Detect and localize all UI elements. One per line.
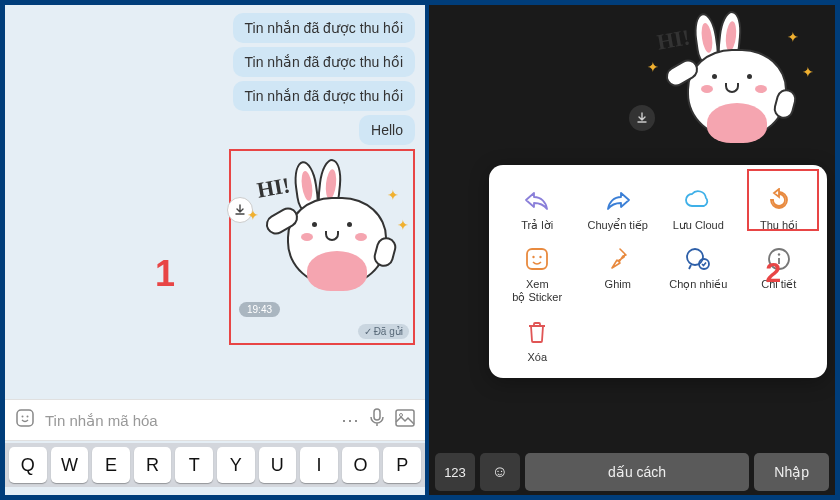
svg-point-8 — [540, 256, 542, 258]
image-icon[interactable] — [395, 409, 415, 432]
cloud-icon — [683, 185, 713, 215]
message-row: Hello — [15, 115, 415, 145]
recalled-message-text: Tin nhắn đã được thu hồi — [233, 47, 415, 77]
key-t[interactable]: T — [175, 447, 213, 483]
menu-cloud-save[interactable]: Lưu Cloud — [660, 181, 737, 236]
svg-rect-6 — [527, 249, 547, 269]
key-o[interactable]: O — [342, 447, 380, 483]
dark-keyboard-bottom: 123 ☺ dấu cách Nhập — [435, 453, 829, 491]
svg-point-7 — [533, 256, 535, 258]
keyboard-row: Q W E R T Y U I O P — [5, 443, 425, 487]
svg-point-1 — [22, 415, 24, 417]
svg-point-9 — [687, 249, 703, 265]
menu-multi-select[interactable]: Chọn nhiều — [660, 240, 737, 308]
svg-rect-0 — [17, 410, 33, 426]
menu-reply[interactable]: Trả lời — [499, 181, 576, 236]
multi-select-icon — [683, 244, 713, 274]
numeric-key[interactable]: 123 — [435, 453, 475, 491]
menu-label: Chuyển tiếp — [588, 219, 648, 232]
key-i[interactable]: I — [300, 447, 338, 483]
key-r[interactable]: R — [134, 447, 172, 483]
svg-point-2 — [27, 415, 29, 417]
forward-icon — [603, 185, 633, 215]
svg-rect-3 — [374, 409, 380, 420]
menu-label: Xem bộ Sticker — [512, 278, 562, 304]
microphone-icon[interactable] — [369, 408, 385, 433]
menu-forward[interactable]: Chuyển tiếp — [580, 181, 657, 236]
step-number-2: 2 — [765, 257, 781, 289]
chat-message-list: Tin nhắn đã được thu hồi Tin nhắn đã đượ… — [5, 5, 425, 355]
recalled-message-row: Tin nhắn đã được thu hồi — [15, 47, 415, 77]
enter-key[interactable]: Nhập — [754, 453, 829, 491]
menu-label: Chọn nhiều — [669, 278, 727, 291]
key-u[interactable]: U — [259, 447, 297, 483]
key-p[interactable]: P — [383, 447, 421, 483]
recalled-message-row: Tin nhắn đã được thu hồi — [15, 81, 415, 111]
key-e[interactable]: E — [92, 447, 130, 483]
trash-icon — [522, 317, 552, 347]
sticker-row: HI! ✦ ✦ ✦ 19:43 ✓ Đã gửi — [15, 149, 415, 345]
emoji-key[interactable]: ☺ — [480, 453, 520, 491]
recalled-message-text: Tin nhắn đã được thu hồi — [233, 81, 415, 111]
sticker-set-icon — [522, 244, 552, 274]
sticker-message-highlighted[interactable]: HI! ✦ ✦ ✦ 19:43 ✓ Đã gửi — [229, 149, 415, 345]
sent-label: Đã gửi — [374, 326, 403, 337]
bunny-sticker: HI! ✦ ✦ ✦ — [637, 9, 827, 159]
svg-rect-4 — [396, 410, 414, 426]
sticker-hi-text: HI! — [655, 24, 692, 55]
right-panel: HI! ✦ ✦ ✦ Q W E A 123 ☺ dấu cách Nhập — [429, 5, 835, 495]
key-w[interactable]: W — [51, 447, 89, 483]
message-input[interactable] — [45, 412, 331, 429]
menu-label: Trả lời — [521, 219, 553, 232]
sticker-preview: HI! ✦ ✦ ✦ — [637, 9, 827, 159]
space-key[interactable]: dấu cách — [525, 453, 749, 491]
reply-icon — [522, 185, 552, 215]
message-timestamp: 19:43 — [239, 302, 280, 317]
menu-label: Lưu Cloud — [673, 219, 724, 232]
left-panel: Tin nhắn đã được thu hồi Tin nhắn đã đượ… — [5, 5, 425, 495]
sticker-icon[interactable] — [15, 408, 35, 433]
menu-delete[interactable]: Xóa — [499, 313, 576, 368]
menu-label: Xóa — [527, 351, 547, 364]
sent-status-badge: ✓ Đã gửi — [358, 324, 409, 339]
check-icon: ✓ — [364, 326, 372, 337]
menu-label: Ghim — [605, 278, 631, 291]
key-q[interactable]: Q — [9, 447, 47, 483]
pin-icon — [603, 244, 633, 274]
message-context-menu: 2 Trả lời Chuyển tiếp Lưu Cloud — [489, 165, 827, 378]
more-icon[interactable]: ⋯ — [341, 409, 359, 431]
dark-key[interactable]: A — [453, 265, 487, 303]
hello-message[interactable]: Hello — [359, 115, 415, 145]
recalled-message-text: Tin nhắn đã được thu hồi — [233, 13, 415, 43]
key-y[interactable]: Y — [217, 447, 255, 483]
svg-point-12 — [778, 253, 780, 255]
recall-highlight — [747, 169, 819, 231]
step-number-1: 1 — [155, 253, 175, 295]
menu-sticker-set[interactable]: Xem bộ Sticker — [499, 240, 576, 308]
recalled-message-row: Tin nhắn đã được thu hồi — [15, 13, 415, 43]
message-input-bar: ⋯ — [5, 399, 425, 441]
sticker-hi-text: HI! — [255, 172, 292, 203]
menu-pin[interactable]: Ghim — [580, 240, 657, 308]
